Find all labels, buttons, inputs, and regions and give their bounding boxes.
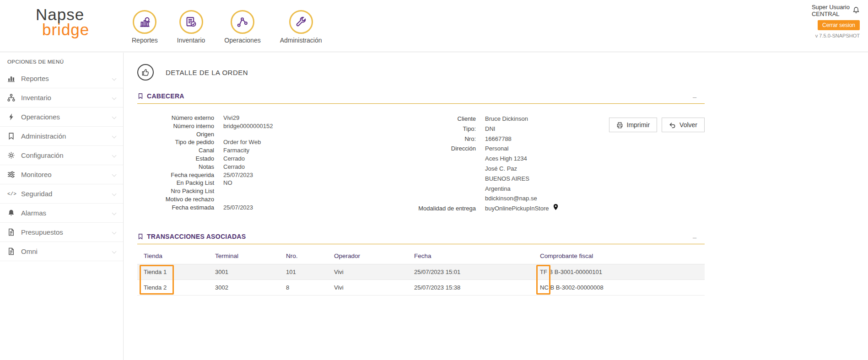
print-button[interactable]: Imprimir	[609, 118, 658, 132]
sidebar-item-label: Monitoreo	[21, 171, 52, 178]
table-header-row: Tienda Terminal Nro. Operador Fecha Comp…	[137, 250, 705, 264]
chevron-down-icon	[112, 211, 117, 215]
chevron-down-icon	[112, 249, 117, 254]
column-header-terminal: Terminal	[209, 250, 280, 264]
app-version: v 7.5.0-SNAPSHOT	[812, 33, 860, 38]
chevron-down-icon	[112, 76, 117, 81]
back-arrow-icon	[669, 122, 676, 129]
nav-item-reportes[interactable]: Reportes	[132, 10, 158, 44]
field-label: Motivo de rechazo	[137, 195, 214, 204]
bolt-icon	[7, 113, 15, 121]
cabecera-section: CABECERA _ Número externo Vivi29 Número …	[137, 92, 705, 214]
field-row: Estado Cerrado	[137, 155, 357, 163]
chevron-down-icon	[112, 96, 117, 100]
sidebar-item-administracion[interactable]: Administración	[0, 127, 123, 146]
cell-fecha: 25/07/2023 15:38	[408, 284, 534, 291]
brand-logo: Napse bridge	[36, 6, 89, 38]
sidebar-item-label: Alarmas	[21, 209, 46, 217]
sidebar-item-seguridad[interactable]: </> Seguridad	[0, 184, 123, 204]
customer-fields: Cliente Bruce Dickinson Tipo: DNI Nro: 1…	[357, 114, 622, 214]
field-label: Número externo	[137, 114, 214, 122]
field-row: Canal Farmacity	[137, 146, 357, 155]
field-row: Fecha estimada 25/07/2023	[137, 204, 357, 212]
cell-comprobante: NC B B-3002-00000008	[534, 284, 705, 291]
chevron-down-icon	[112, 153, 117, 158]
field-row: Motivo de rechazo	[137, 195, 357, 204]
nav-item-administracion[interactable]: Administración	[280, 10, 322, 44]
notifications-bell-icon[interactable]	[852, 6, 860, 15]
cell-operador: Vivi	[328, 269, 408, 275]
document-icon	[7, 247, 15, 255]
nav-item-inventario[interactable]: Inventario	[177, 10, 205, 44]
cell-terminal: 3001	[209, 269, 280, 275]
sidebar-title: OPCIONES DE MENÚ	[0, 57, 123, 69]
sidebar-item-label: Operaciones	[21, 113, 60, 121]
order-fields: Número externo Vivi29 Número interno bri…	[137, 114, 357, 214]
admin-wrench-icon	[289, 10, 313, 34]
cell-fecha: 25/07/2023 15:01	[408, 269, 534, 275]
cell-nro: 101	[280, 269, 328, 275]
bar-chart-icon	[7, 75, 15, 82]
field-row: Cliente Bruce Dickinson	[357, 114, 622, 124]
field-label: Fecha requerida	[137, 171, 214, 179]
field-row: Origen	[137, 130, 357, 139]
top-nav: Reportes Inventario Operaciones	[132, 10, 322, 44]
address-line: bdickinson@nap.se	[485, 193, 622, 204]
sidebar-item-inventario[interactable]: Inventario	[0, 88, 123, 107]
sidebar-item-monitoreo[interactable]: Monitoreo	[0, 165, 123, 184]
field-row: En Packig List NO	[137, 179, 357, 187]
user-block: Super Usuario CENTRAL Cerrar sesion v 7.…	[812, 4, 860, 38]
field-value: Personal	[485, 144, 508, 154]
user-scope: CENTRAL	[812, 11, 850, 17]
sidebar-item-reportes[interactable]: Reportes	[0, 69, 123, 88]
nav-label: Reportes	[132, 37, 158, 44]
sitemap-icon	[7, 94, 15, 102]
sidebar-item-operaciones[interactable]: Operaciones	[0, 107, 123, 127]
page-title: DETALLE DE LA ORDEN	[166, 69, 248, 76]
chevron-down-icon	[112, 172, 117, 177]
sidebar-item-presupuestos[interactable]: Presupuestos	[0, 223, 123, 242]
bookmark-icon	[137, 93, 144, 99]
brand-logo-bridge: bridge	[42, 21, 89, 38]
bookmark-icon	[137, 233, 144, 240]
table-row[interactable]: Tienda 2 3002 8 Vivi 25/07/2023 15:38 NC…	[137, 280, 705, 296]
collapse-cabecera-button[interactable]: _	[693, 91, 696, 98]
delivery-row: Modalidad de entrega buyOnlinePickupInSt…	[357, 204, 622, 214]
field-label: Nro:	[357, 134, 476, 144]
field-value: Vivi29	[223, 114, 239, 122]
column-header-comprobante: Comprobante fiscal	[534, 250, 705, 264]
sidebar-item-alarmas[interactable]: Alarmas	[0, 204, 123, 223]
transactions-section: TRANSACCIONES ASOCIADAS _ Tienda Termina…	[137, 233, 705, 296]
page-head: DETALLE DE LA ORDEN	[137, 64, 705, 81]
back-button[interactable]: Volver	[662, 118, 705, 132]
column-header-fecha: Fecha	[408, 250, 534, 264]
field-label: Origen	[137, 130, 214, 139]
field-label: Nro Packing List	[137, 187, 214, 195]
map-pin-icon[interactable]	[552, 204, 559, 214]
logout-button[interactable]: Cerrar sesion	[818, 20, 860, 30]
sidebar-item-label: Reportes	[21, 75, 49, 82]
cabecera-actions: Imprimir Volver	[609, 118, 705, 132]
field-label: Notas	[137, 163, 214, 171]
cell-tienda: Tienda 2	[137, 284, 209, 291]
field-value: Cerrado	[223, 155, 245, 163]
chevron-down-icon	[112, 230, 117, 235]
transactions-title: TRANSACCIONES ASOCIADAS	[147, 233, 246, 240]
field-value: 25/07/2023	[223, 171, 253, 179]
transactions-table: Tienda Terminal Nro. Operador Fecha Comp…	[137, 250, 705, 296]
sidebar-item-label: Administración	[21, 132, 66, 140]
collapse-transactions-button[interactable]: _	[693, 231, 696, 238]
gear-icon	[7, 151, 15, 159]
field-label: Fecha estimada	[137, 204, 214, 212]
sidebar-item-omni[interactable]: Omni	[0, 242, 123, 261]
field-row: Notas Cerrado	[137, 163, 357, 171]
field-value: DNI	[485, 124, 495, 134]
nav-item-operaciones[interactable]: Operaciones	[224, 10, 260, 44]
field-row: Fecha requerida 25/07/2023	[137, 171, 357, 179]
cell-terminal: 3002	[209, 284, 280, 291]
document-icon	[7, 228, 15, 236]
sidebar-item-configuracion[interactable]: Configuración	[0, 146, 123, 165]
cabecera-header: CABECERA _	[137, 92, 705, 104]
table-row[interactable]: Tienda 1 3001 101 Vivi 25/07/2023 15:01 …	[137, 264, 705, 280]
sidebar-item-label: Presupuestos	[21, 228, 63, 236]
